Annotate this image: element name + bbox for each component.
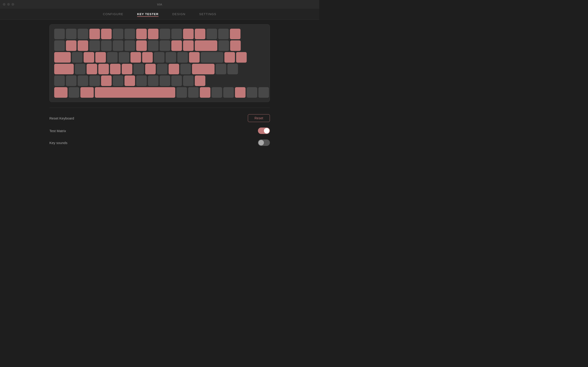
key-tab[interactable]	[54, 52, 71, 63]
tab-configure[interactable]: CONFIGURE	[103, 11, 123, 17]
key-enter[interactable]	[201, 52, 223, 63]
key-f4[interactable]	[101, 29, 112, 39]
key-r[interactable]	[107, 52, 118, 63]
key-3[interactable]	[89, 40, 100, 51]
key-del[interactable]	[218, 29, 229, 39]
key-backtick[interactable]	[54, 40, 65, 51]
key-u[interactable]	[142, 52, 153, 63]
key-ralt[interactable]	[176, 87, 187, 98]
key-pgdn[interactable]	[236, 52, 247, 63]
key-l[interactable]	[169, 64, 179, 74]
key-space[interactable]	[95, 87, 175, 98]
key-rctrl[interactable]	[200, 87, 210, 98]
key-x[interactable]	[78, 75, 88, 86]
key-f5[interactable]	[113, 29, 123, 39]
key-v[interactable]	[101, 75, 112, 86]
key-lbracket[interactable]	[189, 52, 199, 63]
key-f[interactable]	[110, 64, 121, 74]
key-r2[interactable]	[216, 64, 226, 74]
key-r4[interactable]	[247, 87, 257, 98]
test-matrix-row: Test Matrix	[49, 125, 270, 137]
key-down[interactable]	[223, 87, 234, 98]
key-w[interactable]	[84, 52, 94, 63]
key-caps[interactable]	[54, 64, 74, 74]
key-minus[interactable]	[183, 40, 194, 51]
key-i[interactable]	[154, 52, 164, 63]
key-7[interactable]	[136, 40, 147, 51]
key-y[interactable]	[130, 52, 141, 63]
key-enter2[interactable]	[192, 64, 215, 74]
test-matrix-toggle[interactable]	[258, 127, 270, 134]
key-f8[interactable]	[148, 29, 158, 39]
key-d[interactable]	[98, 64, 109, 74]
keyboard-layout	[54, 29, 265, 98]
maximize-button[interactable]	[11, 3, 14, 6]
key-f10[interactable]	[171, 29, 182, 39]
tab-design[interactable]: DESIGN	[172, 11, 185, 17]
key-up[interactable]	[195, 75, 205, 86]
reset-button[interactable]: Reset	[248, 114, 270, 122]
key-r3[interactable]	[227, 64, 238, 74]
key-f9[interactable]	[160, 29, 170, 39]
key-4[interactable]	[101, 40, 112, 51]
key-p[interactable]	[177, 52, 188, 63]
key-fn[interactable]	[188, 87, 199, 98]
key-1[interactable]	[66, 40, 77, 51]
key-lwin[interactable]	[69, 87, 79, 98]
key-2[interactable]	[78, 40, 88, 51]
key-f12[interactable]	[195, 29, 205, 39]
key-a[interactable]	[75, 64, 86, 74]
key-m[interactable]	[136, 75, 147, 86]
key-sounds-toggle[interactable]	[258, 140, 270, 146]
key-pgup[interactable]	[230, 40, 241, 51]
close-button[interactable]	[3, 3, 6, 6]
key-f11[interactable]	[183, 29, 194, 39]
key-z[interactable]	[66, 75, 77, 86]
key-5[interactable]	[113, 40, 123, 51]
key-semicolon[interactable]	[180, 64, 191, 74]
key-rshift[interactable]	[183, 75, 194, 86]
key-slash[interactable]	[171, 75, 182, 86]
key-period[interactable]	[160, 75, 170, 86]
key-t[interactable]	[119, 52, 129, 63]
key-r5[interactable]	[258, 87, 269, 98]
key-dn2[interactable]	[235, 87, 246, 98]
key-f2[interactable]	[78, 29, 88, 39]
key-lalt[interactable]	[80, 87, 94, 98]
key-lshift[interactable]	[54, 75, 65, 86]
reset-keyboard-label: Reset Keyboard	[49, 116, 74, 120]
key-j[interactable]	[145, 64, 156, 74]
tab-key-tester[interactable]: KEY TESTER	[137, 11, 158, 17]
key-end[interactable]	[225, 52, 235, 63]
key-ins[interactable]	[230, 29, 241, 39]
key-esc[interactable]	[54, 29, 65, 39]
key-f1[interactable]	[66, 29, 77, 39]
tab-settings[interactable]: SETTINGS	[199, 11, 216, 17]
key-c[interactable]	[89, 75, 100, 86]
key-b[interactable]	[113, 75, 123, 86]
key-f7[interactable]	[136, 29, 147, 39]
key-8[interactable]	[148, 40, 158, 51]
key-f3[interactable]	[89, 29, 100, 39]
key-q[interactable]	[72, 52, 82, 63]
key-e[interactable]	[95, 52, 106, 63]
key-6[interactable]	[124, 40, 135, 51]
key-f6[interactable]	[124, 29, 135, 39]
key-comma[interactable]	[148, 75, 158, 86]
key-9[interactable]	[160, 40, 170, 51]
key-s[interactable]	[86, 64, 97, 74]
key-o[interactable]	[166, 52, 176, 63]
key-backspace[interactable]	[195, 40, 217, 51]
key-prtsc[interactable]	[207, 29, 217, 39]
key-g[interactable]	[122, 64, 132, 74]
keyboard-display	[49, 24, 270, 102]
key-left[interactable]	[212, 87, 222, 98]
key-k[interactable]	[157, 64, 167, 74]
key-row-6	[54, 87, 265, 98]
key-0[interactable]	[171, 40, 182, 51]
key-n[interactable]	[124, 75, 135, 86]
key-home[interactable]	[218, 40, 229, 51]
minimize-button[interactable]	[7, 3, 10, 6]
key-lctrl[interactable]	[54, 87, 68, 98]
key-h[interactable]	[133, 64, 144, 74]
